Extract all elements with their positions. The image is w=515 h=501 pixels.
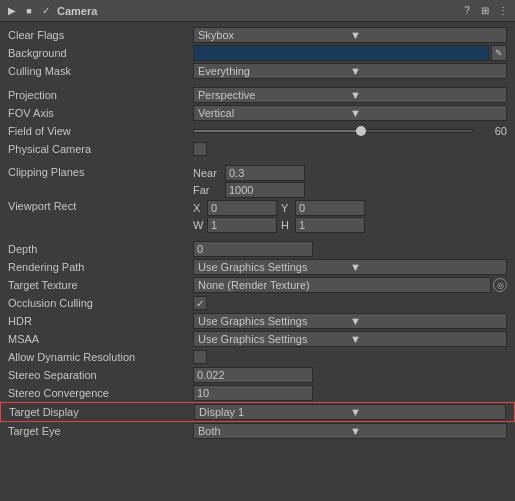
msaa-dropdown[interactable]: Use Graphics Settings ▼ <box>193 331 507 347</box>
rendering-path-dropdown[interactable]: Use Graphics Settings ▼ <box>193 259 507 275</box>
hdr-row: HDR Use Graphics Settings ▼ <box>0 312 515 330</box>
hdr-dropdown-text: Use Graphics Settings <box>198 315 350 327</box>
viewport-h-field: H <box>281 217 365 233</box>
fov-slider-thumb[interactable] <box>356 126 366 136</box>
clear-flags-dropdown-text: Skybox <box>198 29 350 41</box>
viewport-rect-label: Viewport Rect <box>8 200 193 212</box>
color-picker-icon[interactable]: ✎ <box>491 45 507 61</box>
stereo-separation-value <box>193 367 507 383</box>
clipping-far-label: Far <box>193 184 221 196</box>
stereo-convergence-input[interactable] <box>193 385 313 401</box>
msaa-label: MSAA <box>8 333 193 345</box>
viewport-xy-row: X Y <box>193 200 507 216</box>
rendering-path-row: Rendering Path Use Graphics Settings ▼ <box>0 258 515 276</box>
stereo-separation-label: Stereo Separation <box>8 369 193 381</box>
clear-flags-dropdown[interactable]: Skybox ▼ <box>193 27 507 43</box>
target-display-label: Target Display <box>9 406 194 418</box>
help-icon[interactable]: ? <box>460 4 474 18</box>
target-eye-dropdown-text: Both <box>198 425 350 437</box>
fov-slider-value: 60 <box>477 125 507 137</box>
target-display-arrow-icon: ▼ <box>350 406 501 418</box>
fov-axis-dropdown[interactable]: Vertical ▼ <box>193 105 507 121</box>
header-right-icons: ? ⊞ ⋮ <box>460 4 510 18</box>
target-eye-label: Target Eye <box>8 425 193 437</box>
checkbox-icon[interactable]: ✓ <box>39 4 53 18</box>
hdr-dropdown[interactable]: Use Graphics Settings ▼ <box>193 313 507 329</box>
depth-row: Depth <box>0 240 515 258</box>
background-row: Background ✎ <box>0 44 515 62</box>
culling-mask-arrow-icon: ▼ <box>350 65 502 77</box>
occlusion-culling-checkbox[interactable]: ✓ <box>193 296 207 310</box>
clipping-near-row: Near <box>193 165 507 181</box>
target-texture-picker-icon[interactable]: ◎ <box>493 278 507 292</box>
background-color-field: ✎ <box>193 45 507 61</box>
projection-value: Perspective ▼ <box>193 87 507 103</box>
viewport-h-input[interactable] <box>295 217 365 233</box>
rendering-path-dropdown-text: Use Graphics Settings <box>198 261 350 273</box>
culling-mask-label: Culling Mask <box>8 65 193 77</box>
allow-dynamic-resolution-checkbox[interactable] <box>193 350 207 364</box>
projection-dropdown-text: Perspective <box>198 89 350 101</box>
projection-dropdown[interactable]: Perspective ▼ <box>193 87 507 103</box>
target-display-dropdown[interactable]: Display 1 ▼ <box>194 404 506 420</box>
depth-value <box>193 241 507 257</box>
occlusion-culling-checkmark: ✓ <box>196 298 204 309</box>
field-of-view-row: Field of View 60 <box>0 122 515 140</box>
allow-dynamic-resolution-label: Allow Dynamic Resolution <box>8 351 193 363</box>
viewport-y-field: Y <box>281 200 365 216</box>
fov-axis-arrow-icon: ▼ <box>350 107 502 119</box>
viewport-rect-section: Viewport Rect X Y W <box>0 199 515 234</box>
msaa-dropdown-text: Use Graphics Settings <box>198 333 350 345</box>
target-eye-arrow-icon: ▼ <box>350 425 502 437</box>
stereo-separation-row: Stereo Separation <box>0 366 515 384</box>
settings-icon[interactable]: ⊞ <box>478 4 492 18</box>
target-texture-row: Target Texture None (Render Texture) ◎ <box>0 276 515 294</box>
background-color-swatch[interactable] <box>193 45 489 61</box>
viewport-w-input[interactable] <box>207 217 277 233</box>
component-header: ▶ ■ ✓ Camera ? ⊞ ⋮ <box>0 0 515 22</box>
depth-label: Depth <box>8 243 193 255</box>
viewport-x-field: X <box>193 200 277 216</box>
component-title: Camera <box>57 5 456 17</box>
occlusion-culling-label: Occlusion Culling <box>8 297 193 309</box>
target-display-dropdown-text: Display 1 <box>199 406 350 418</box>
expand-icon[interactable]: ▶ <box>5 4 19 18</box>
rendering-path-arrow-icon: ▼ <box>350 261 502 273</box>
background-label: Background <box>8 47 193 59</box>
stereo-convergence-label: Stereo Convergence <box>8 387 193 399</box>
target-texture-label: Target Texture <box>8 279 193 291</box>
viewport-wh-row: W H <box>193 217 507 233</box>
viewport-y-input[interactable] <box>295 200 365 216</box>
fov-slider-fill <box>194 130 361 132</box>
clipping-fields: Near Far <box>193 165 507 198</box>
rendering-path-value: Use Graphics Settings ▼ <box>193 259 507 275</box>
active-icon[interactable]: ■ <box>22 4 36 18</box>
msaa-row: MSAA Use Graphics Settings ▼ <box>0 330 515 348</box>
fov-axis-dropdown-text: Vertical <box>198 107 350 119</box>
target-eye-dropdown[interactable]: Both ▼ <box>193 423 507 439</box>
target-display-row: Target Display Display 1 ▼ <box>0 402 515 422</box>
hdr-label: HDR <box>8 315 193 327</box>
culling-mask-dropdown[interactable]: Everything ▼ <box>193 63 507 79</box>
depth-input[interactable] <box>193 241 313 257</box>
physical-camera-checkbox[interactable] <box>193 142 207 156</box>
allow-dynamic-resolution-row: Allow Dynamic Resolution <box>0 348 515 366</box>
viewport-x-input[interactable] <box>207 200 277 216</box>
clipping-far-input[interactable] <box>225 182 305 198</box>
allow-dynamic-resolution-value <box>193 350 507 364</box>
clipping-planes-label: Clipping Planes <box>8 165 193 178</box>
msaa-arrow-icon: ▼ <box>350 333 502 345</box>
culling-mask-value: Everything ▼ <box>193 63 507 79</box>
stereo-separation-input[interactable] <box>193 367 313 383</box>
camera-component-panel: ▶ ■ ✓ Camera ? ⊞ ⋮ Clear Flags Skybox ▼ … <box>0 0 515 444</box>
fov-axis-row: FOV Axis Vertical ▼ <box>0 104 515 122</box>
overflow-icon[interactable]: ⋮ <box>496 4 510 18</box>
hdr-value: Use Graphics Settings ▼ <box>193 313 507 329</box>
hdr-arrow-icon: ▼ <box>350 315 502 327</box>
fov-axis-label: FOV Axis <box>8 107 193 119</box>
stereo-convergence-row: Stereo Convergence <box>0 384 515 402</box>
clipping-near-input[interactable] <box>225 165 305 181</box>
fov-slider-track[interactable] <box>193 129 473 133</box>
target-texture-dropdown[interactable]: None (Render Texture) <box>193 277 491 293</box>
target-texture-value: None (Render Texture) ◎ <box>193 277 507 293</box>
